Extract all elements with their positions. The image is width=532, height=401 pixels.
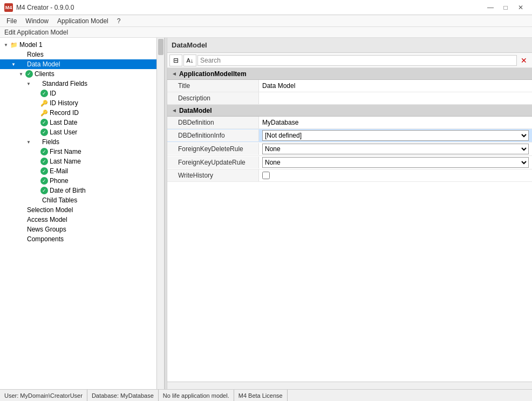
tree-icon-email: ✓ [40, 167, 49, 175]
tree-expander-clients[interactable]: ▼ [17, 72, 25, 77]
sort-icon: ⊟ [173, 57, 179, 64]
menu-bar: File Window Application Model ? [0, 15, 532, 27]
sort-button[interactable]: ⊟ [169, 55, 182, 66]
prop-select-foreignkeyupdaterule[interactable]: None [262, 157, 529, 168]
title-bar: M4 M4 Creator - 0.9.0.0 — □ ✕ [0, 0, 532, 15]
tree-item-lastdate[interactable]: ✓Last Date [0, 118, 156, 127]
search-clear-button[interactable]: ✕ [518, 55, 530, 66]
tree-item-recordid[interactable]: 🔑Record ID [0, 108, 156, 118]
prop-select-foreignkeydeletерule[interactable]: None [262, 144, 529, 154]
tree-label-dob: Date of Birth [50, 187, 86, 194]
tree-scrollbar[interactable] [156, 38, 164, 389]
menu-window[interactable]: Window [21, 16, 53, 26]
prop-input-dbdefinition[interactable] [262, 119, 529, 126]
tree-item-components[interactable]: Components [0, 234, 156, 244]
app-logo: M4 [4, 3, 13, 12]
minimize-button[interactable]: — [483, 2, 497, 13]
app-title: M4 Creator - 0.9.0.0 [16, 4, 74, 11]
prop-row-title: Title [167, 80, 532, 92]
tree-item-dob[interactable]: ✓Date of Birth [0, 186, 156, 195]
tree-label-accessmodel: Access Model [27, 216, 67, 223]
tree-expander-datamodel[interactable]: ▼ [10, 62, 17, 67]
maximize-button[interactable]: □ [499, 2, 513, 13]
section-header-DataModel[interactable]: ◄ DataModel [167, 105, 532, 117]
tree-item-model1[interactable]: ▼📁Model 1 [0, 40, 156, 50]
tree-icon-lastuser: ✓ [40, 128, 49, 137]
tree-label-standardfields: Standard Fields [42, 80, 87, 87]
prop-value-foreignkeyupdaterule[interactable]: None [259, 156, 532, 169]
prop-input-description[interactable] [262, 94, 529, 102]
tree-item-id[interactable]: ✓ID [0, 89, 156, 98]
tree-inner: ▼📁Model 1Roles▼Data Model▼✓Clients▼Stand… [0, 38, 156, 246]
tree-item-email[interactable]: ✓E-Mail [0, 166, 156, 176]
tree-label-components: Components [27, 235, 64, 243]
sort-az-button[interactable]: A↓ [183, 55, 196, 66]
tree-label-email: E-Mail [50, 167, 68, 175]
tree-item-phone[interactable]: ✓Phone [0, 176, 156, 186]
section-header-ApplicationModelItem[interactable]: ◄ ApplicationModelItem [167, 68, 532, 80]
tree-label-id: ID [50, 90, 56, 97]
tree-icon-lastname: ✓ [40, 157, 49, 166]
tree-icon-dob: ✓ [40, 186, 49, 195]
tree-item-firstname[interactable]: ✓First Name [0, 147, 156, 157]
tree-item-clients[interactable]: ▼✓Clients [0, 69, 156, 79]
prop-input-title[interactable] [262, 82, 529, 90]
tree-icon-firstname: ✓ [40, 147, 49, 156]
tree-item-lastname[interactable]: ✓Last Name [0, 157, 156, 166]
status-item-1: Database: MyDatabase [87, 390, 159, 401]
tree-icon-childtables [32, 196, 41, 205]
tree-expander-fields[interactable]: ▼ [25, 140, 32, 145]
tree-item-selectionmodel[interactable]: Selection Model [0, 205, 156, 215]
menu-application-model[interactable]: Application Model [53, 16, 113, 26]
prop-checkbox-writehistory[interactable] [262, 172, 270, 179]
prop-row-dbdefinitioninfo: DBDefinitionInfo[Not defined] [167, 129, 532, 142]
title-bar-left: M4 M4 Creator - 0.9.0.0 [4, 3, 74, 12]
tree-item-accessmodel[interactable]: Access Model [0, 215, 156, 225]
tree-icon-components [17, 235, 26, 243]
prop-value-dbdefinitioninfo[interactable]: [Not defined] [259, 129, 532, 142]
tree-icon-phone: ✓ [40, 176, 49, 185]
tree-label-roles: Roles [27, 51, 44, 58]
tree-icon-recordid: 🔑 [40, 108, 49, 117]
title-bar-controls: — □ ✕ [483, 2, 528, 13]
section-collapse-ApplicationModelItem[interactable]: ◄ [172, 71, 177, 77]
tree-scrollbar-thumb[interactable] [158, 39, 163, 55]
tree-icon-idhistory: 🔑 [40, 99, 49, 107]
section-collapse-DataModel[interactable]: ◄ [172, 107, 177, 113]
prop-select-dbdefinitioninfo[interactable]: [Not defined] [262, 130, 529, 141]
section-title-ApplicationModelItem: ApplicationModelItem [179, 70, 247, 78]
tree-expander-standardfields[interactable]: ▼ [25, 81, 32, 86]
bottom-scrollbar[interactable] [167, 382, 532, 389]
tree-icon-roles [17, 50, 26, 59]
prop-label-foreignkeyupdaterule: ForeignKeyUpdateRule [167, 157, 259, 168]
tree-item-lastuser[interactable]: ✓Last User [0, 127, 156, 137]
right-panel: DataModel ⊟ A↓ ✕ ◄ ApplicationModelItemT… [167, 38, 532, 389]
tree-item-childtables[interactable]: Child Tables [0, 195, 156, 205]
tree-item-newsgroups[interactable]: News Groups [0, 225, 156, 234]
tree-icon-standardfields [32, 79, 41, 88]
prop-value-writehistory[interactable] [259, 171, 532, 180]
tree-item-fields[interactable]: ▼Fields [0, 137, 156, 147]
menu-help[interactable]: ? [113, 16, 125, 26]
status-bar: User: MyDomain\CreatorUserDatabase: MyDa… [0, 389, 532, 401]
tree-expander-model1[interactable]: ▼ [2, 43, 10, 47]
prop-value-dbdefinition [259, 118, 532, 127]
edit-bar: Edit Application Model [0, 27, 532, 38]
tree-icon-model1: 📁 [10, 40, 18, 49]
tree-label-lastdate: Last Date [50, 119, 77, 126]
tree-icon-datamodel [17, 60, 26, 69]
tree-item-datamodel[interactable]: ▼Data Model [0, 59, 156, 69]
tree-item-idhistory[interactable]: 🔑ID History [0, 98, 156, 108]
menu-file[interactable]: File [2, 16, 21, 26]
prop-label-foreignkeydeletерule: ForeignKeyDeleteRule [167, 143, 259, 155]
prop-value-description [259, 93, 532, 103]
prop-value-foreignkeydeletерule[interactable]: None [259, 142, 532, 155]
search-input[interactable] [197, 55, 517, 66]
tree-item-standardfields[interactable]: ▼Standard Fields [0, 79, 156, 89]
tree-label-model1: Model 1 [19, 41, 43, 49]
close-button[interactable]: ✕ [514, 2, 528, 13]
prop-row-description: Description [167, 92, 532, 105]
tree-label-childtables: Child Tables [42, 196, 77, 204]
status-item-2: No life application model. [159, 390, 234, 401]
tree-item-roles[interactable]: Roles [0, 50, 156, 59]
